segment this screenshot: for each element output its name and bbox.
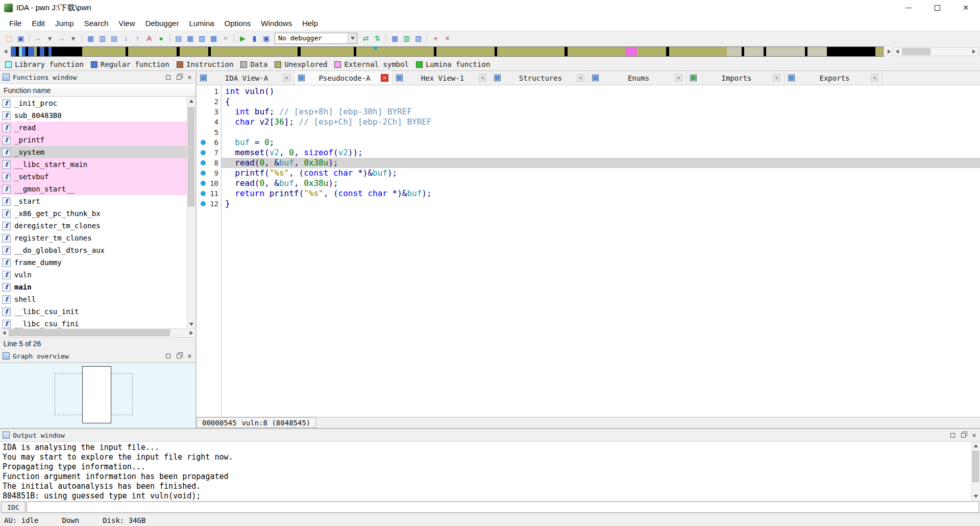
toolbar-lumina-connection-button[interactable]: ● [155,32,167,44]
code-line[interactable]: 12} [197,199,980,209]
menu-windows[interactable]: Windows [256,15,297,31]
function-list-item[interactable]: fregister_tm_clones [0,232,187,244]
tab-structures[interactable]: Structures× [491,71,589,85]
close-panel-button[interactable]: × [186,353,193,360]
functions-column-header[interactable]: Function name [0,84,195,97]
function-list-item[interactable]: f_printf [0,134,187,146]
toolbar-breakpoint-list-button[interactable]: ▧ [412,32,424,44]
function-list-item[interactable]: fframe_dummy [0,256,187,269]
breakpoint-dot[interactable] [201,181,206,186]
menu-search[interactable]: Search [79,15,114,31]
restore-panel-button[interactable] [165,74,172,81]
function-list-item[interactable]: f_start [0,195,187,207]
navband-scroll-right-button[interactable] [885,46,893,57]
function-list-item[interactable]: f_init_proc [0,97,187,109]
cli-input[interactable] [27,501,979,513]
function-list-item[interactable]: f__libc_csu_fini [0,318,187,328]
float-panel-button[interactable] [960,432,967,439]
menu-view[interactable]: View [113,15,140,31]
toolbar-open-subview-structs-button[interactable]: ▧ [196,32,208,44]
code-line[interactable]: 5 [197,127,980,137]
navband-scrollbar-left[interactable] [893,50,901,54]
menu-options[interactable]: Options [219,15,256,31]
breakpoint-dot[interactable] [201,191,206,196]
tab-close-button[interactable]: × [381,74,388,82]
toolbar-jump-to-xref-button[interactable]: ▤ [108,32,120,44]
scroll-right-button[interactable] [187,331,195,335]
toolbar-navigate-back-history-button[interactable]: ▾ [44,32,56,44]
breakpoint-dot[interactable] [201,150,206,155]
scrollbar-track[interactable] [8,329,187,337]
navband-scroll-left-button[interactable] [2,46,9,57]
function-list-item[interactable]: f__libc_csu_init [0,305,187,318]
breakpoint-dot[interactable] [201,201,206,206]
toolbar-jump-up-button[interactable]: ↑ [132,32,143,44]
menu-file[interactable]: File [4,15,27,31]
navband-scrollbar-right[interactable] [970,50,978,54]
function-list-item[interactable]: f__libc_start_main [0,158,187,171]
debugger-selector[interactable]: No debugger [275,33,357,44]
restore-panel-button[interactable] [165,353,172,360]
functions-vertical-scrollbar[interactable] [187,97,195,328]
cli-language-button[interactable]: IDC [1,501,26,513]
function-list-item[interactable]: f__gmon_start__ [0,183,187,195]
output-vertical-scrollbar[interactable] [971,442,980,500]
scroll-down-button[interactable] [187,320,195,328]
tab-close-button[interactable]: × [773,74,780,82]
toolbar-search-text-button[interactable]: A [143,32,155,44]
float-panel-button[interactable] [176,353,182,360]
toolbar-stop-process-button[interactable]: ▣ [260,32,272,44]
breakpoint-cell[interactable] [199,201,207,206]
pseudocode-view[interactable]: 1int vuln()2{3 int buf; // [esp+8h] [ebp… [197,85,980,417]
tab-imports[interactable]: Imports× [687,71,785,85]
tab-enums[interactable]: Enums× [589,71,687,85]
navband-scrollbar-thumb[interactable] [902,48,930,55]
code-line[interactable]: 6 buf = 0; [197,137,980,148]
scroll-down-button[interactable] [972,492,980,500]
code-line[interactable]: 8 read(0, &buf, 0x38u); [197,158,980,168]
scrollbar-thumb[interactable] [972,451,979,482]
toolbar-jump-down-button[interactable]: ↓ [120,32,132,44]
toolbar-step-into-button[interactable]: ⇄ [360,32,372,44]
toolbar-new-file-button[interactable]: ▢ [3,32,15,44]
graph-overview-canvas[interactable] [0,363,195,428]
function-list-item[interactable]: fderegister_tm_clones [0,220,187,232]
function-list-item[interactable]: fsub_80483B0 [0,109,187,122]
tab-close-button[interactable]: × [577,74,584,82]
breakpoint-cell[interactable] [199,160,207,165]
toolbar-breakpoint-add-button[interactable]: + [430,32,442,44]
menu-edit[interactable]: Edit [27,15,50,31]
tab-hex-view-1[interactable]: Hex View-1× [393,71,491,85]
tab-pseudocode-a[interactable]: Pseudocode-A× [295,71,393,85]
minimize-button[interactable] [894,0,923,15]
scroll-up-button[interactable] [972,442,980,450]
toolbar-pause-process-button[interactable]: ▮ [249,32,260,44]
tab-close-button[interactable]: × [283,74,290,82]
code-line[interactable]: 7 memset(v2, 0, sizeof(v2)); [197,148,980,158]
toolbar-navigate-forward-button[interactable]: → [56,32,67,44]
function-list-item[interactable]: f_x86_get_pc_thunk_bx [0,207,187,220]
scroll-left-button[interactable] [0,331,8,335]
code-line[interactable]: 3 int buf; // [esp+8h] [ebp-30h] BYREF [197,107,980,117]
breakpoint-cell[interactable] [199,150,207,155]
scroll-up-button[interactable] [187,97,195,105]
breakpoint-dot[interactable] [201,171,206,176]
tab-close-button[interactable]: × [479,74,486,82]
breakpoint-cell[interactable] [199,171,207,176]
code-line[interactable]: 1int vuln() [197,86,980,97]
scrollbar-track[interactable] [972,450,980,492]
navband-scrollbar[interactable] [893,47,978,56]
scrollbar-track[interactable] [187,105,195,320]
navband-scrollbar-track[interactable] [901,47,970,56]
menu-help[interactable]: Help [297,15,323,31]
scrollbar-thumb[interactable] [9,329,170,336]
close-panel-button[interactable]: × [186,74,193,81]
toolbar-start-process-button[interactable]: ▶ [237,32,249,44]
toolbar-cancel-operation-button[interactable]: × [219,32,231,44]
close-panel-button[interactable]: × [971,432,977,439]
function-list-item[interactable]: fshell [0,293,187,305]
function-list-item[interactable]: f__do_global_dtors_aux [0,244,187,256]
breakpoint-dot[interactable] [201,160,206,165]
menu-jump[interactable]: Jump [50,15,79,31]
breakpoint-cell[interactable] [199,191,207,196]
